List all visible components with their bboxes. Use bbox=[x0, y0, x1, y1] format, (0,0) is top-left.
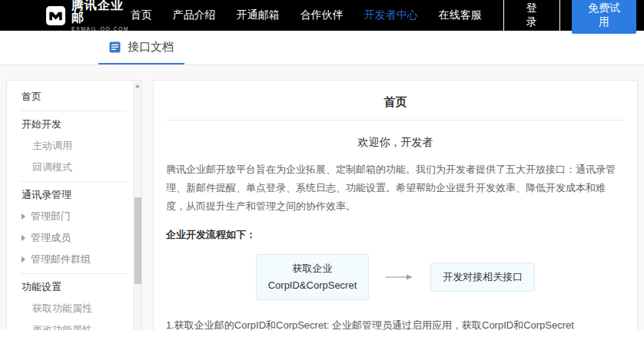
sidebar-item-get-feature[interactable]: 获取功能属性 bbox=[7, 298, 141, 319]
sidebar-item-label: 管理邮件群组 bbox=[31, 253, 91, 266]
sidebar-item-label: 管理部门 bbox=[31, 210, 71, 223]
nav-item-developer-center[interactable]: 开发者中心 bbox=[364, 8, 418, 22]
sidebar-divider bbox=[21, 273, 128, 274]
sidebar-item-active-call[interactable]: 主动调用 bbox=[7, 135, 141, 157]
flow-heading: 企业开发流程如下： bbox=[166, 228, 625, 242]
title-divider bbox=[166, 120, 625, 121]
step-item-1: 1.获取企业邮的CorpID和CorpSecret: 企业邮管理员通过启用应用，… bbox=[166, 319, 625, 330]
sidebar-item-manage-department[interactable]: 管理部门 bbox=[7, 206, 141, 227]
scrollbar-thumb[interactable] bbox=[134, 197, 141, 284]
sidebar-divider bbox=[21, 181, 128, 182]
doc-tabbar: 接口文档 bbox=[0, 31, 644, 65]
sidebar-item-manage-mailgroup[interactable]: 管理邮件群组 bbox=[7, 249, 141, 270]
flow-arrow-icon bbox=[386, 273, 413, 281]
exmail-envelope-icon bbox=[46, 6, 65, 25]
flow-step1-line2: CorpID&CorpSecret bbox=[268, 277, 357, 294]
scroll-up-button[interactable] bbox=[134, 81, 141, 91]
caret-right-icon bbox=[22, 213, 25, 220]
tab-api-docs[interactable]: 接口文档 bbox=[98, 31, 184, 64]
doc-main-panel: 首页 欢迎你，开发者 腾讯企业邮开放平台旨在为企业拓展、定制邮箱的功能。我们为开… bbox=[153, 80, 638, 330]
caret-right-icon bbox=[22, 256, 25, 263]
sidebar-item-change-feature[interactable]: 更改功能属性 bbox=[7, 319, 141, 330]
logo-title: 腾讯企业邮 bbox=[71, 0, 131, 24]
sidebar-item-home[interactable]: 首页 bbox=[7, 86, 141, 107]
exmail-logo[interactable]: 腾讯企业邮 EXMAIL.QQ.COM bbox=[46, 0, 131, 31]
arrow-up-icon bbox=[135, 84, 140, 88]
sidebar-item-feature-settings[interactable]: 功能设置 bbox=[7, 276, 141, 298]
flow-step-get-corpid: 获取企业 CorpID&CorpSecret bbox=[256, 254, 370, 300]
welcome-text: 欢迎你，开发者 bbox=[166, 136, 625, 150]
content-area: 首页 开始开发 主动调用 回调模式 通讯录管理 管理部门 管理成员 管理邮件群组… bbox=[0, 65, 644, 330]
document-icon bbox=[109, 41, 121, 53]
nav-item-online-service[interactable]: 在线客服 bbox=[439, 8, 482, 22]
main-nav: 首页 产品介绍 开通邮箱 合作伙伴 开发者中心 在线客服 bbox=[131, 8, 482, 22]
nav-item-open-mailbox[interactable]: 开通邮箱 bbox=[237, 8, 280, 22]
page-title: 首页 bbox=[166, 88, 625, 120]
flow-step2-label: 开发对接相关接口 bbox=[443, 269, 523, 286]
tab-api-docs-label: 接口文档 bbox=[128, 40, 174, 55]
sidebar-divider bbox=[21, 111, 128, 111]
free-trial-button[interactable]: 免费试用 bbox=[572, 0, 636, 34]
login-button[interactable]: 登录 bbox=[503, 0, 560, 33]
sidebar-item-label: 管理成员 bbox=[31, 231, 71, 245]
intro-paragraph: 腾讯企业邮开放平台旨在为企业拓展、定制邮箱的功能。我们为开发者提供了五大开放接口… bbox=[166, 160, 625, 216]
top-header: 腾讯企业邮 EXMAIL.QQ.COM 首页 产品介绍 开通邮箱 合作伙伴 开发… bbox=[0, 0, 644, 31]
sidebar-item-manage-member[interactable]: 管理成员 bbox=[7, 227, 141, 249]
sidebar-item-start-dev[interactable]: 开始开发 bbox=[7, 114, 141, 135]
nav-item-home[interactable]: 首页 bbox=[131, 8, 152, 22]
caret-right-icon bbox=[22, 235, 25, 241]
dev-flow-diagram: 获取企业 CorpID&CorpSecret 开发对接相关接口 bbox=[166, 254, 625, 300]
flow-step-develop-api: 开发对接相关接口 bbox=[430, 263, 535, 292]
nav-item-product-intro[interactable]: 产品介绍 bbox=[173, 8, 216, 22]
sidebar-item-callback-mode[interactable]: 回调模式 bbox=[7, 157, 141, 178]
sidebar-scrollbar[interactable] bbox=[133, 81, 141, 330]
doc-sidebar: 首页 开始开发 主动调用 回调模式 通讯录管理 管理部门 管理成员 管理邮件群组… bbox=[6, 80, 142, 330]
nav-item-partners[interactable]: 合作伙伴 bbox=[300, 8, 344, 22]
sidebar-item-contacts-mgmt[interactable]: 通讯录管理 bbox=[7, 184, 141, 206]
exmail-logo-text: 腾讯企业邮 EXMAIL.QQ.COM bbox=[71, 0, 131, 31]
flow-step1-line1: 获取企业 bbox=[268, 260, 357, 277]
